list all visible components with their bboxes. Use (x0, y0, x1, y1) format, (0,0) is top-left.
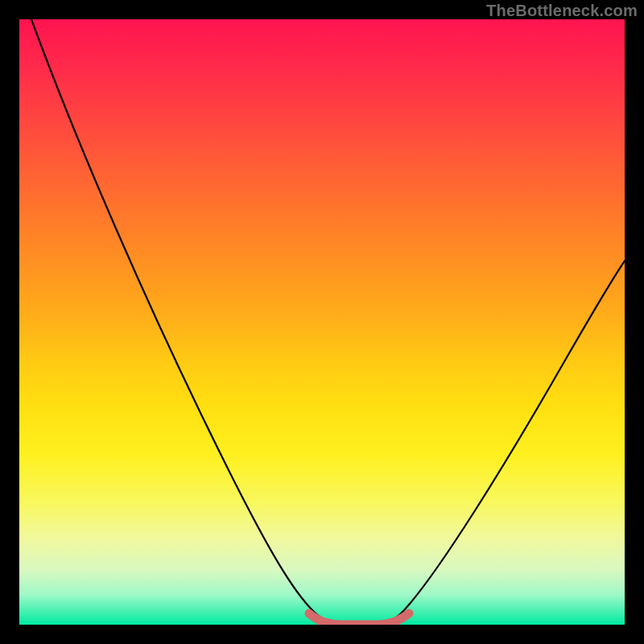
optimal-range-highlight (309, 613, 409, 625)
watermark-text: TheBottleneck.com (486, 2, 638, 20)
plot-area (19, 19, 625, 625)
curve-layer (19, 19, 625, 625)
bottleneck-curve-path (31, 19, 625, 625)
chart-frame: TheBottleneck.com (0, 0, 644, 644)
